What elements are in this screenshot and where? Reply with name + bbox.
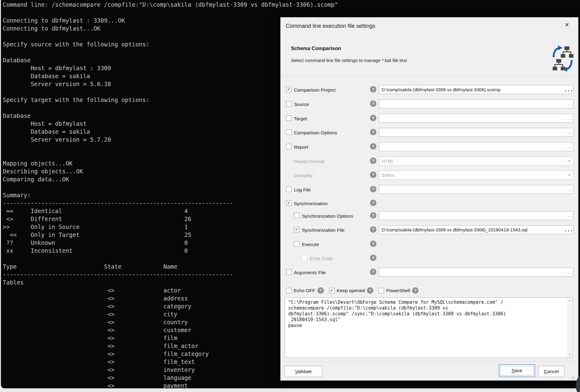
source-browse-button[interactable]: ... — [564, 101, 573, 107]
synchronization-options-label: Synchronization Options — [302, 213, 353, 219]
scroll-up-icon[interactable]: ▲ — [569, 299, 571, 302]
dialog-description: Select command line file settings to man… — [291, 58, 407, 63]
target-label: Target — [294, 116, 307, 122]
settings-row-report-format: Report Format?HTML▼ — [281, 157, 578, 166]
validate-button[interactable]: Validate — [285, 366, 322, 377]
arguments-file-help-icon[interactable]: ? — [370, 269, 376, 275]
arguments-file-input[interactable]: ... — [379, 268, 574, 277]
keep-opened-help-icon[interactable]: ? — [367, 287, 373, 294]
synchronization-help-icon[interactable]: ? — [370, 200, 376, 206]
log-file-help-icon[interactable]: ? — [370, 186, 376, 192]
settings-row-groupby: GroupBy?Status▼ — [281, 171, 578, 180]
report-help-icon[interactable]: ? — [370, 143, 376, 150]
bat-option-flags: Echo OFF?✓Keep opened?PowerShell? — [286, 287, 419, 294]
comparison-options-label: Comparison Options — [294, 130, 337, 136]
synchronization-file-browse-button[interactable]: ... — [564, 227, 573, 233]
cancel-button[interactable]: Cancel — [538, 366, 564, 377]
report-format-value: HTML — [379, 158, 565, 164]
settings-row-report: Report?... — [281, 142, 578, 151]
synchronization-options-input[interactable]: ... — [379, 211, 574, 220]
synchronization-label: Synchronization — [294, 201, 328, 206]
report-label: Report — [294, 144, 308, 150]
settings-row-execute: Execute? — [281, 240, 578, 249]
error-code-help-icon[interactable]: ? — [370, 255, 376, 261]
powershell-help-icon[interactable]: ? — [412, 287, 419, 294]
execute-label: Execute — [302, 242, 319, 247]
schema-comparison-icon — [552, 45, 574, 72]
log-file-label: Log File — [294, 187, 311, 193]
comparison-options-checkbox[interactable] — [286, 129, 292, 135]
comparison-options-input[interactable]: ... — [379, 128, 574, 137]
groupby-dropdown-arrow: ▼ — [565, 173, 573, 177]
source-checkbox[interactable] — [286, 101, 292, 107]
flag-powershell: PowerShell? — [379, 287, 419, 294]
settings-row-log-file: Log File?... — [281, 185, 578, 194]
groupby-select: Status▼ — [379, 171, 574, 180]
comparison-options-browse-button[interactable]: ... — [564, 130, 573, 135]
echo-off-help-icon[interactable]: ? — [317, 287, 324, 294]
bat-script-box[interactable]: "C:\Program Files\Devart\dbForge Schema … — [285, 297, 573, 358]
echo-off-checkbox[interactable] — [286, 288, 292, 293]
comparison-project-checkbox[interactable]: ✓ — [286, 87, 292, 92]
powershell-checkbox[interactable] — [379, 288, 384, 293]
source-input[interactable]: ... — [379, 100, 574, 108]
powershell-label: PowerShell — [386, 288, 410, 293]
scroll-down-icon[interactable]: ▼ — [569, 353, 571, 356]
comparison-project-browse-button[interactable]: ... — [564, 87, 573, 93]
report-input[interactable]: ... — [379, 142, 574, 151]
target-checkbox[interactable] — [286, 115, 292, 121]
report-checkbox[interactable] — [286, 144, 292, 149]
schema-comparison-heading: Schema Comparison — [291, 45, 341, 51]
comparison-project-help-icon[interactable]: ? — [370, 86, 376, 93]
synchronization-options-browse-button[interactable]: ... — [564, 213, 573, 219]
keep-opened-label: Keep opened — [337, 288, 365, 293]
error-code-label: Error Code — [310, 256, 333, 261]
arguments-file-label: Arguments File — [294, 270, 326, 275]
log-file-input[interactable]: ... — [379, 185, 574, 194]
settings-row-synchronization-file: ✓Synchronization File?D:\comp\sakila (db… — [281, 225, 578, 234]
script-scrollbar[interactable]: ▲ ▼ — [567, 298, 572, 357]
source-help-icon[interactable]: ? — [370, 100, 376, 107]
synchronization-file-input[interactable]: D:\comp\sakila (dbfmylast-3309 vs dbfmyl… — [379, 225, 574, 234]
groupby-help-icon[interactable]: ? — [370, 172, 376, 178]
save-button[interactable]: Save — [499, 364, 535, 377]
target-input[interactable]: ... — [379, 114, 574, 123]
header-divider — [281, 76, 578, 76]
comparison-options-help-icon[interactable]: ? — [370, 129, 376, 135]
target-browse-button[interactable]: ... — [564, 116, 573, 121]
footer-divider — [281, 361, 578, 361]
comparison-project-value: D:\comp\sakila (dbfmylast-3309 vs dbfmyl… — [379, 87, 564, 92]
groupby-value: Status — [379, 172, 565, 178]
flag-echo-off: Echo OFF? — [286, 287, 324, 294]
settings-row-error-code: Error Code? — [281, 254, 578, 263]
settings-row-target: Target?... — [281, 114, 578, 123]
synchronization-checkbox[interactable]: ✓ — [286, 200, 292, 206]
arguments-file-checkbox[interactable] — [286, 269, 292, 275]
execute-checkbox[interactable] — [294, 241, 299, 247]
synchronization-file-value: D:\comp\sakila (dbfmylast-3309 vs dbfmyl… — [379, 227, 564, 232]
synchronization-options-help-icon[interactable]: ? — [370, 212, 376, 219]
report-format-help-icon[interactable]: ? — [370, 158, 376, 164]
echo-off-label: Echo OFF — [294, 288, 315, 293]
arguments-file-browse-button[interactable]: ... — [564, 270, 573, 275]
execute-help-icon[interactable]: ? — [370, 241, 376, 247]
keep-opened-checkbox[interactable]: ✓ — [329, 288, 335, 293]
report-format-dropdown-arrow: ▼ — [565, 159, 573, 163]
report-format-label: Report Format — [294, 159, 324, 164]
dialog-title: Command line execution file settings — [286, 23, 375, 29]
comparison-project-input[interactable]: D:\comp\sakila (dbfmylast-3309 vs dbfmyl… — [379, 85, 574, 94]
synchronization-file-label: Synchronization File — [302, 227, 345, 233]
synchronization-options-checkbox[interactable] — [294, 213, 299, 218]
resize-grip[interactable] — [571, 375, 575, 379]
error-code-checkbox[interactable] — [302, 255, 307, 261]
log-file-checkbox[interactable] — [286, 187, 292, 192]
log-file-browse-button[interactable]: ... — [564, 187, 573, 192]
settings-row-synchronization-options: Synchronization Options?... — [281, 211, 578, 220]
synchronization-file-checkbox[interactable]: ✓ — [294, 227, 299, 232]
flag-keep-opened: ✓Keep opened? — [329, 287, 373, 294]
report-browse-button[interactable]: ... — [564, 144, 573, 150]
close-icon[interactable]: × — [563, 20, 571, 29]
target-help-icon[interactable]: ? — [370, 115, 376, 121]
synchronization-file-help-icon[interactable]: ? — [370, 226, 376, 233]
settings-row-source: Source?... — [281, 100, 578, 109]
